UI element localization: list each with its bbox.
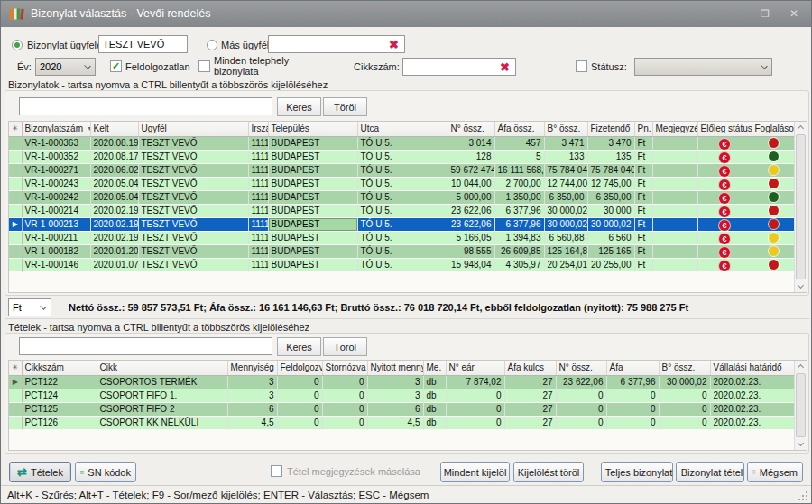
customer-cell[interactable]: TESZT VEVŐ bbox=[138, 244, 248, 258]
zip-cell[interactable]: 1111 bbox=[248, 163, 268, 177]
quantity-cell[interactable]: 4,5 bbox=[227, 416, 277, 429]
currency-cell[interactable]: Ft bbox=[634, 217, 652, 231]
status-select[interactable] bbox=[634, 58, 772, 76]
doc-customer-input[interactable] bbox=[98, 35, 188, 53]
currency-cell[interactable]: Ft bbox=[634, 150, 652, 163]
item-row[interactable]: PCT126CSOPORT KK NÉLKÜLI4,5004,5db027000… bbox=[9, 416, 796, 429]
open-quantity-cell[interactable]: 6 bbox=[367, 402, 423, 416]
net-total-cell[interactable]: 5 000,00 bbox=[448, 190, 494, 204]
column-header[interactable]: Foglalások státu bbox=[752, 122, 796, 136]
advance-status-cell[interactable]: € bbox=[697, 204, 752, 217]
payable-cell[interactable]: 20 255,00 bbox=[587, 258, 634, 271]
reservation-status-cell[interactable] bbox=[752, 244, 796, 258]
deadline-cell[interactable]: 2020.02.23. bbox=[710, 389, 796, 402]
year-select[interactable]: 2020 bbox=[35, 58, 96, 76]
customer-cell[interactable]: TESZT VEVŐ bbox=[138, 204, 248, 217]
column-header[interactable]: Megjegyzés bbox=[652, 122, 697, 136]
date-cell[interactable]: 2020.01.07 bbox=[90, 258, 138, 271]
city-cell[interactable]: BUDAPEST bbox=[268, 231, 357, 244]
vat-total-cell[interactable]: 26 609,85 bbox=[494, 244, 544, 258]
column-header[interactable]: Fizetendő bbox=[587, 122, 634, 136]
vat-total-cell[interactable]: 2 700,00 bbox=[494, 177, 544, 190]
documents-scrollbar[interactable] bbox=[794, 122, 807, 292]
customer-cell[interactable]: TESZT VEVŐ bbox=[138, 217, 248, 231]
grid-corner-button[interactable]: ✳ bbox=[9, 122, 22, 136]
street-cell[interactable]: TÓ U 5. bbox=[357, 136, 448, 150]
column-header[interactable]: Áfa bbox=[606, 361, 659, 375]
document-row[interactable]: VR-1-0003522020.08.17TESZT VEVŐ1111BUDAP… bbox=[9, 150, 796, 163]
column-header[interactable]: Feldolgozva bbox=[277, 361, 322, 375]
advance-status-cell[interactable]: € bbox=[697, 258, 752, 271]
other-customer-input[interactable] bbox=[268, 35, 405, 53]
processed-cell[interactable]: 0 bbox=[277, 389, 322, 402]
item-name-cell[interactable]: CSOPORT KK NÉLKÜLI bbox=[97, 416, 227, 429]
date-cell[interactable]: 2020.02.19 bbox=[90, 231, 138, 244]
reservation-status-cell[interactable] bbox=[752, 190, 796, 204]
net-total-cell[interactable]: 0 bbox=[556, 389, 606, 402]
gross-total-cell[interactable]: 6 350,00 bbox=[544, 190, 587, 204]
payable-cell[interactable]: 6 560 bbox=[587, 231, 634, 244]
street-cell[interactable]: TÓ U 5. bbox=[357, 217, 448, 231]
street-cell[interactable]: TÓ U 5. bbox=[357, 204, 448, 217]
currency-cell[interactable]: Ft bbox=[634, 136, 652, 150]
unit-price-cell[interactable]: 0 bbox=[446, 416, 504, 429]
street-cell[interactable]: TÓ U 5. bbox=[357, 163, 448, 177]
item-code-cell[interactable]: PCT126 bbox=[22, 416, 97, 429]
row-indicator[interactable] bbox=[9, 150, 22, 163]
doc-number-cell[interactable]: VR-1-000146 bbox=[22, 258, 90, 271]
gross-total-cell[interactable]: 75 784 042, bbox=[544, 163, 587, 177]
document-row[interactable]: VR-1-0002432020.05.04TESZT VEVŐ1111BUDAP… bbox=[9, 177, 796, 190]
clear-item-code-icon[interactable]: ✖ bbox=[500, 61, 510, 73]
resize-grip-icon[interactable] bbox=[798, 491, 807, 500]
net-total-cell[interactable]: 15 948,04 bbox=[448, 258, 494, 271]
unit-price-cell[interactable]: 0 bbox=[446, 389, 504, 402]
vat-total-cell[interactable]: 0 bbox=[606, 402, 659, 416]
reservation-status-cell[interactable] bbox=[752, 204, 796, 217]
maximize-icon[interactable]: ❐ bbox=[753, 5, 777, 23]
reservation-status-cell[interactable] bbox=[752, 231, 796, 244]
full-document-button[interactable]: Teljes bizonylat bbox=[601, 462, 673, 482]
column-header[interactable]: Vállalási határidő bbox=[710, 361, 796, 375]
gross-total-cell[interactable]: 30 000,02 bbox=[659, 375, 710, 389]
column-header[interactable]: Áfa kulcs bbox=[504, 361, 556, 375]
net-total-cell[interactable]: 23 622,06 bbox=[448, 217, 494, 231]
scroll-up-icon[interactable] bbox=[798, 364, 804, 371]
note-cell[interactable] bbox=[652, 231, 697, 244]
date-cell[interactable]: 2020.02.19 bbox=[90, 204, 138, 217]
scroll-down-icon[interactable] bbox=[798, 440, 804, 446]
advance-status-cell[interactable]: € bbox=[697, 177, 752, 190]
open-quantity-cell[interactable]: 4,5 bbox=[367, 416, 423, 429]
net-total-cell[interactable]: 3 014 bbox=[448, 136, 494, 150]
net-total-cell[interactable]: 98 555 bbox=[448, 244, 494, 258]
note-cell[interactable] bbox=[652, 244, 697, 258]
date-cell[interactable]: 2020.08.17 bbox=[90, 150, 138, 163]
open-quantity-cell[interactable]: 3 bbox=[367, 389, 423, 402]
note-cell[interactable] bbox=[652, 150, 697, 163]
payable-cell[interactable]: 6 350,00 bbox=[587, 190, 634, 204]
payable-cell[interactable]: 75 784 040, bbox=[587, 163, 634, 177]
row-indicator[interactable] bbox=[9, 177, 22, 190]
other-customer-radio[interactable] bbox=[207, 40, 217, 50]
column-header[interactable]: Ügyfél bbox=[138, 122, 248, 136]
advance-status-cell[interactable]: € bbox=[697, 150, 752, 163]
item-row[interactable]: ▶PCT122CSOPORTOS TERMÉK3003db7 874,02272… bbox=[9, 375, 796, 389]
vat-total-cell[interactable]: 0 bbox=[606, 389, 659, 402]
document-row[interactable]: VR-1-0002712020.06.02TESZT VEVŐ1111BUDAP… bbox=[9, 163, 796, 177]
column-header[interactable]: Pn. bbox=[634, 122, 652, 136]
document-row[interactable]: VR-1-0002142020.02.19TESZT VEVŐ1111BUDAP… bbox=[9, 204, 796, 217]
column-header[interactable]: N° össz. bbox=[556, 361, 606, 375]
reservation-status-cell[interactable] bbox=[752, 217, 796, 231]
city-cell[interactable]: BUDAPEST bbox=[268, 150, 357, 163]
city-cell[interactable]: BUDAPEST bbox=[268, 136, 357, 150]
document-row[interactable]: VR-1-0001822020.01.20TESZT VEVŐ1111BUDAP… bbox=[9, 244, 796, 258]
item-code-cell[interactable]: PCT122 bbox=[22, 375, 97, 389]
doc-number-cell[interactable]: VR-1-000242 bbox=[22, 190, 90, 204]
note-cell[interactable] bbox=[652, 136, 697, 150]
advance-status-cell[interactable]: € bbox=[697, 231, 752, 244]
scroll-up-icon[interactable] bbox=[798, 125, 804, 132]
cancelled-cell[interactable]: 0 bbox=[322, 402, 367, 416]
sn-codes-button[interactable]: SN kódok bbox=[75, 462, 136, 482]
row-indicator[interactable]: ▶ bbox=[9, 217, 22, 231]
deadline-cell[interactable]: 2020.02.23. bbox=[710, 375, 796, 389]
net-total-cell[interactable]: 0 bbox=[556, 402, 606, 416]
